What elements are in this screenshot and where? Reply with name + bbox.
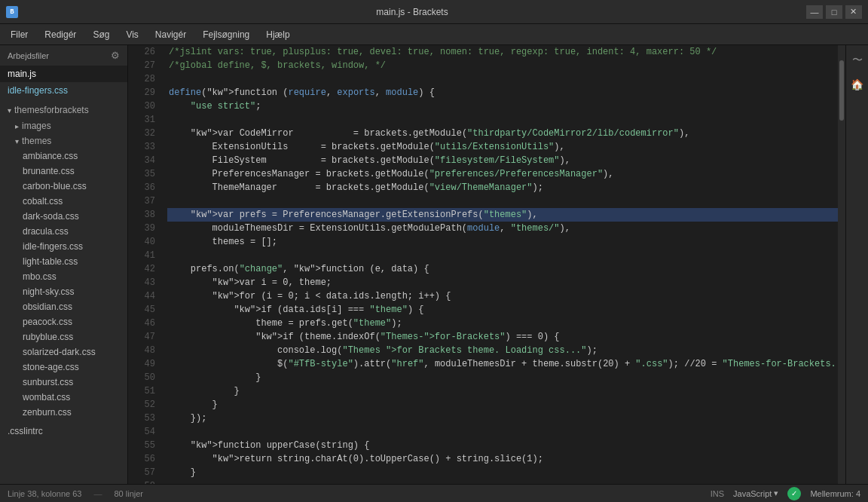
sidebar-file-idle-fingers[interactable]: idle-fingers.css (0, 82, 127, 99)
spaces-selector[interactable]: Mellemrum: 4 (810, 489, 860, 498)
status-bar-right: INS JavaScript ▾ ✓ Mellemrum: 4 (711, 487, 860, 500)
app-icon: B (6, 6, 18, 18)
code-line-57: } (167, 466, 838, 479)
theme-file-mbo-css[interactable]: mbo.css (8, 269, 127, 284)
line-numbers: 2627282930313233343536373839404142434445… (128, 45, 161, 484)
themes-files: ambiance.cssbrunante.csscarbon-blue.cssc… (8, 148, 127, 420)
language-label: JavaScript (733, 489, 772, 498)
lint-status-icon: ✓ (787, 487, 801, 500)
line-number-45: 45 (131, 303, 155, 317)
code-line-29: define("kw">function (require, exports, … (167, 86, 838, 99)
theme-file-rubyblue-css[interactable]: rubyblue.css (8, 329, 127, 344)
title-bar-left: B (6, 6, 18, 18)
theme-file-zenburn-css[interactable]: zenburn.css (8, 405, 127, 420)
menu-item-fejlsøgning[interactable]: Fejlsøgning (195, 26, 257, 43)
code-line-41 (167, 249, 838, 262)
code-line-37 (167, 194, 838, 208)
sidebar-file-main-js[interactable]: main.js (0, 66, 127, 82)
theme-file-night-sky-css[interactable]: night-sky.css (8, 284, 127, 299)
theme-file-ambiance-css[interactable]: ambiance.css (8, 148, 127, 164)
line-number-29: 29 (131, 86, 155, 99)
theme-file-carbon-blue-css[interactable]: carbon-blue.css (8, 179, 127, 194)
line-number-56: 56 (131, 452, 155, 466)
line-number-54: 54 (131, 425, 155, 439)
code-line-30: "use strict"; (167, 99, 838, 113)
language-selector[interactable]: JavaScript ▾ (733, 488, 778, 498)
theme-file-dark-soda-css[interactable]: dark-soda.css (8, 209, 127, 224)
cursor-position: Linje 38, kolonne 63 (8, 489, 81, 498)
line-number-44: 44 (131, 289, 155, 303)
theme-file-peacock-css[interactable]: peacock.css (8, 314, 127, 329)
language-arrow: ▾ (774, 488, 778, 498)
line-number-38: 38 (131, 208, 155, 222)
theme-file-sunburst-css[interactable]: sunburst.css (8, 375, 127, 390)
subfolder-arrow: ▸ (15, 122, 19, 130)
code-line-27: /*global define, $, brackets, window, */ (167, 59, 838, 72)
title-text: main.js - Brackets (376, 7, 448, 17)
right-panel: 〜 🏠 (845, 45, 868, 484)
folder-contents: ▸ images ▾ themes ambiance.cssbrunante.c… (0, 118, 127, 420)
code-line-28 (167, 72, 838, 86)
line-number-51: 51 (131, 384, 155, 398)
line-number-40: 40 (131, 235, 155, 249)
code-line-31 (167, 113, 838, 127)
menu-item-navigér[interactable]: Navigér (148, 26, 194, 43)
folder-themesforbrackets[interactable]: ▾ themesforbrackets (0, 102, 127, 118)
line-number-57: 57 (131, 466, 155, 479)
sidebar-title: Arbejdsfiler (8, 51, 49, 60)
theme-file-obsidian-css[interactable]: obsidian.css (8, 299, 127, 314)
code-line-45: "kw">if (data.ids[i] === "theme") { (167, 303, 838, 317)
line-number-35: 35 (131, 167, 155, 181)
code-line-46: theme = prefs.get("theme"); (167, 317, 838, 330)
line-number-34: 34 (131, 154, 155, 167)
code-line-33: ExtensionUtils = brackets.getModule("uti… (167, 140, 838, 154)
code-line-50: } (167, 371, 838, 384)
line-number-27: 27 (131, 59, 155, 72)
close-button[interactable]: ✕ (845, 5, 862, 19)
subfolder-images[interactable]: ▸ images (8, 118, 127, 133)
window-controls: — □ ✕ (806, 5, 862, 19)
theme-file-dracula-css[interactable]: dracula.css (8, 224, 127, 239)
extension-icon[interactable]: 🏠 (848, 75, 866, 93)
code-line-39: moduleThemesDir = ExtensionUtils.getModu… (167, 222, 838, 235)
code-line-58 (167, 479, 838, 484)
line-number-49: 49 (131, 357, 155, 371)
menu-item-redigér[interactable]: Redigér (37, 26, 84, 43)
theme-file-light-table-css[interactable]: light-table.css (8, 254, 127, 269)
line-number-41: 41 (131, 249, 155, 262)
minimize-button[interactable]: — (806, 5, 823, 19)
subfolder-themes[interactable]: ▾ themes (8, 133, 127, 148)
menu-item-hjælp[interactable]: Hjælp (258, 26, 297, 43)
line-number-52: 52 (131, 398, 155, 412)
scroll-thumb[interactable] (839, 60, 844, 121)
theme-file-brunante-css[interactable]: brunante.css (8, 164, 127, 179)
line-number-39: 39 (131, 222, 155, 235)
menu-item-filer[interactable]: Filer (3, 26, 35, 43)
theme-file-wombat-css[interactable]: wombat.css (8, 390, 127, 405)
theme-file-stone-age-css[interactable]: stone-age.css (8, 360, 127, 375)
subfolder-themes-label: themes (22, 136, 51, 146)
folder-section-themesforbrackets: ▾ themesforbrackets ▸ images ▾ themes am… (0, 102, 127, 420)
insert-mode: INS (711, 489, 724, 498)
sidebar-header: Arbejdsfiler ⚙ (0, 45, 127, 66)
line-number-50: 50 (131, 371, 155, 384)
line-number-43: 43 (131, 276, 155, 289)
line-number-53: 53 (131, 412, 155, 425)
code-line-44: "kw">for (i = 0; i < data.ids.length; i+… (167, 289, 838, 303)
code-line-26: /*jslint vars: true, plusplus: true, dev… (167, 45, 838, 59)
menu-item-vis[interactable]: Vis (118, 26, 145, 43)
theme-file-cobalt-css[interactable]: cobalt.css (8, 194, 127, 209)
code-line-38: "kw">var prefs = PreferencesManager.getE… (167, 208, 838, 222)
sidebar-file-csslintrc[interactable]: .csslintrc (0, 423, 127, 439)
theme-file-solarized-dark-css[interactable]: solarized-dark.css (8, 344, 127, 360)
code-line-42: prefs.on("change", "kw">function (e, dat… (167, 262, 838, 276)
code-content[interactable]: /*jslint vars: true, plusplus: true, dev… (161, 45, 838, 484)
maximize-button[interactable]: □ (826, 5, 842, 19)
line-number-33: 33 (131, 140, 155, 154)
scroll-track[interactable] (838, 45, 845, 484)
theme-file-idle-fingers-css[interactable]: idle-fingers.css (8, 239, 127, 254)
live-preview-icon[interactable]: 〜 (848, 51, 866, 69)
menu-item-søg[interactable]: Søg (85, 26, 117, 43)
gear-icon[interactable]: ⚙ (111, 50, 120, 61)
code-line-36: ThemeManager = brackets.getModule("view/… (167, 181, 838, 194)
